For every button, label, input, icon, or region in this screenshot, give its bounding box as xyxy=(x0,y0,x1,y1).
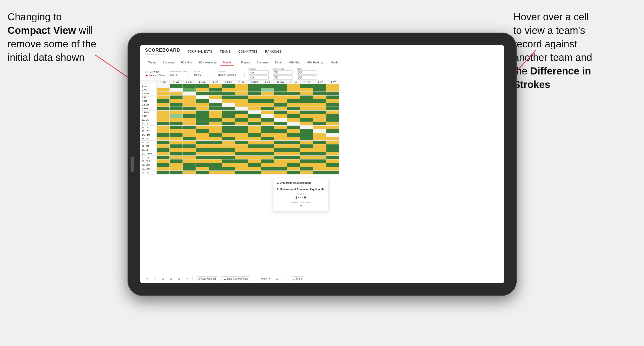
matrix-cell[interactable] xyxy=(287,107,300,111)
matrix-cell[interactable] xyxy=(196,107,209,111)
matrix-cell[interactable] xyxy=(196,96,209,99)
matrix-cell[interactable] xyxy=(196,122,209,126)
filter-gender-select[interactable]: Men's Women's xyxy=(193,73,213,77)
matrix-cell[interactable] xyxy=(248,118,261,122)
matrix-cell[interactable] xyxy=(156,118,169,122)
matrix-cell[interactable] xyxy=(326,159,339,163)
matrix-cell[interactable] xyxy=(209,141,222,144)
matrix-cell[interactable] xyxy=(196,103,209,107)
matrix-cell[interactable] xyxy=(300,126,313,129)
matrix-cell[interactable] xyxy=(261,92,274,96)
matrix-cell[interactable] xyxy=(274,156,287,159)
matrix-cell[interactable] xyxy=(183,114,196,118)
matrix-cell[interactable] xyxy=(274,107,287,111)
matrix-cell[interactable] xyxy=(196,84,209,88)
matrix-cell[interactable] xyxy=(313,167,326,171)
matrix-cell[interactable] xyxy=(287,156,300,159)
matrix-cell[interactable] xyxy=(326,163,339,167)
matrix-cell[interactable] xyxy=(300,159,313,163)
matrix-cell[interactable] xyxy=(313,163,326,167)
matrix-cell[interactable] xyxy=(156,111,169,114)
toolbar-save-custom[interactable]: ☁ Save Custom View xyxy=(221,276,250,281)
matrix-cell[interactable] xyxy=(169,144,183,148)
matrix-cell[interactable] xyxy=(183,137,196,141)
matrix-cell[interactable] xyxy=(248,107,261,111)
matrix-cell[interactable] xyxy=(156,156,169,159)
matrix-cell[interactable] xyxy=(209,88,222,92)
tab-matrix-right[interactable]: Matrix xyxy=(328,59,341,66)
matrix-cell[interactable] xyxy=(196,141,209,144)
matrix-cell[interactable] xyxy=(222,148,235,152)
matrix-cell[interactable] xyxy=(222,99,235,103)
radio-compact-view[interactable]: Compact View xyxy=(145,74,165,77)
matrix-cell[interactable] xyxy=(326,107,339,111)
matrix-cell[interactable] xyxy=(287,141,300,144)
matrix-cell[interactable] xyxy=(209,159,222,163)
matrix-cell[interactable] xyxy=(300,96,313,99)
matrix-cell[interactable] xyxy=(274,122,287,126)
matrix-cell[interactable] xyxy=(300,107,313,111)
matrix-cell[interactable] xyxy=(169,159,183,163)
matrix-cell[interactable] xyxy=(156,144,169,148)
matrix-cell[interactable] xyxy=(196,148,209,152)
matrix-cell[interactable] xyxy=(326,84,339,88)
matrix-cell[interactable] xyxy=(274,148,287,152)
matrix-cell[interactable] xyxy=(300,92,313,96)
matrix-cell[interactable] xyxy=(326,167,339,171)
matrix-cell[interactable] xyxy=(222,118,235,122)
matrix-cell[interactable] xyxy=(248,103,261,107)
matrix-cell[interactable] xyxy=(300,103,313,107)
matrix-cell[interactable] xyxy=(209,156,222,159)
matrix-cell[interactable] xyxy=(287,167,300,171)
tab-h2h-heatmap-right[interactable]: H2H Heatmap xyxy=(304,59,327,66)
matrix-cell[interactable] xyxy=(156,148,169,152)
matrix-cell[interactable] xyxy=(287,163,300,167)
matrix-cell[interactable] xyxy=(313,107,326,111)
matrix-cell[interactable] xyxy=(274,84,287,88)
filter-region-select2[interactable]: N/A xyxy=(249,75,269,80)
matrix-cell[interactable] xyxy=(235,159,248,163)
matrix-cell[interactable] xyxy=(300,152,313,156)
matrix-cell[interactable] xyxy=(274,111,287,114)
matrix-cell[interactable] xyxy=(235,92,248,96)
matrix-cell[interactable] xyxy=(222,144,235,148)
matrix-cell[interactable] xyxy=(274,137,287,141)
matrix-cell[interactable] xyxy=(209,99,222,103)
matrix-cell[interactable] xyxy=(156,114,169,118)
nav-teams[interactable]: TEAMS xyxy=(220,50,231,53)
matrix-cell[interactable] xyxy=(156,122,169,126)
matrix-cell[interactable] xyxy=(156,163,169,167)
matrix-cell[interactable] xyxy=(261,133,274,137)
matrix-cell[interactable] xyxy=(169,114,183,118)
matrix-cell[interactable] xyxy=(261,152,274,156)
matrix-cell[interactable] xyxy=(196,159,209,163)
matrix-cell[interactable] xyxy=(156,159,169,163)
matrix-cell[interactable] xyxy=(261,137,274,141)
matrix-cell[interactable] xyxy=(326,111,339,114)
matrix-cell[interactable] xyxy=(156,92,169,96)
matrix-cell[interactable] xyxy=(248,122,261,126)
matrix-cell[interactable] xyxy=(183,152,196,156)
matrix-cell[interactable] xyxy=(235,118,248,122)
tab-detail[interactable]: Detail xyxy=(272,59,285,66)
matrix-cell[interactable] xyxy=(235,114,248,118)
matrix-cell[interactable] xyxy=(287,118,300,122)
matrix-cell[interactable] xyxy=(300,133,313,137)
matrix-cell[interactable] xyxy=(261,118,274,122)
matrix-cell[interactable] xyxy=(169,92,183,96)
matrix-cell[interactable] xyxy=(274,171,287,175)
matrix-cell[interactable] xyxy=(235,107,248,111)
matrix-cell[interactable] xyxy=(248,84,261,88)
matrix-cell[interactable] xyxy=(313,122,326,126)
matrix-cell[interactable] xyxy=(261,122,274,126)
matrix-cell[interactable] xyxy=(326,148,339,152)
toolbar-watch[interactable]: 👁 Watch ▾ xyxy=(256,277,272,281)
matrix-cell[interactable] xyxy=(183,159,196,163)
matrix-cell[interactable] xyxy=(261,163,274,167)
matrix-cell[interactable] xyxy=(222,137,235,141)
matrix-cell[interactable] xyxy=(248,144,261,148)
matrix-cell[interactable] xyxy=(248,111,261,114)
matrix-cell[interactable] xyxy=(300,137,313,141)
matrix-cell[interactable] xyxy=(248,167,261,171)
matrix-cell[interactable] xyxy=(222,111,235,114)
